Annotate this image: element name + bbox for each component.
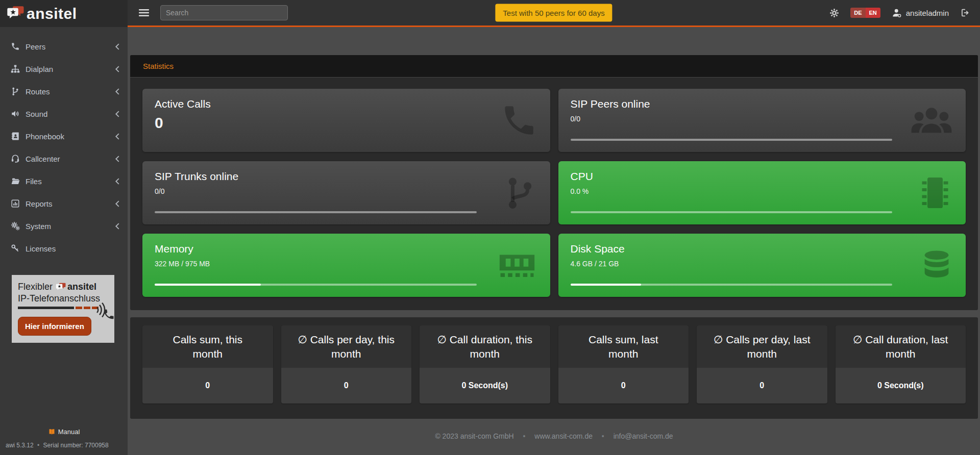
sidebar-item-label: Reports (26, 199, 53, 208)
hamburger-menu-icon[interactable] (139, 9, 149, 17)
stat-value: 0 (697, 368, 827, 403)
card-sip-trunks: SIP Trunks online 0/0 (142, 161, 550, 224)
users-icon (910, 102, 953, 139)
sidebar-item-system[interactable]: System (0, 215, 128, 237)
sidebar-nav: Peers Dialplan Routes Sound Phonebook (0, 35, 128, 260)
chevron-left-icon (115, 156, 119, 162)
chevron-left-icon (115, 178, 119, 185)
trial-button[interactable]: Test with 50 peers for 60 days (495, 4, 612, 22)
progress-track (155, 211, 477, 213)
sidebar-item-routes[interactable]: Routes (0, 80, 128, 103)
progress-fill (571, 284, 642, 286)
sidebar-item-files[interactable]: Files (0, 170, 128, 192)
volume-icon (11, 109, 20, 118)
ad-headline: Flexibler ansitel (18, 282, 109, 292)
footer: © 2023 ansit-com GmbH • www.ansit-com.de… (130, 419, 978, 440)
sidebar-item-reports[interactable]: Reports (0, 192, 128, 215)
progress-track (571, 139, 893, 141)
ad-divider (18, 307, 100, 309)
phone-icon (500, 102, 538, 139)
stat-value: 0 (142, 368, 273, 403)
handset-waves-icon (95, 301, 116, 324)
database-icon (920, 246, 953, 285)
website-link[interactable]: www.ansit-com.de (534, 432, 593, 440)
monthly-stats-grid: Calls sum, this month 0 ∅ Calls per day,… (142, 325, 966, 403)
card-title: SIP Peers online (571, 98, 954, 110)
sitemap-icon (11, 64, 20, 73)
user-icon (892, 8, 902, 18)
stat-label: ∅ Call duration, this month (435, 333, 534, 361)
brand-logo[interactable]: ansitel (0, 0, 128, 27)
copyright-text: © 2023 ansit-com GmbH (435, 432, 513, 440)
book-icon (48, 428, 56, 436)
version-serial-line: awi 5.3.12 • Serial number: 7700958 (4, 442, 124, 449)
stat-box-call-duration-last-month: ∅ Call duration, last month 0 Second(s) (836, 325, 966, 403)
ad-text-prefix: Flexibler (18, 282, 53, 292)
sidebar-item-label: Callcenter (26, 155, 60, 163)
card-active-calls: Active Calls 0 (142, 89, 550, 152)
stat-label: ∅ Call duration, last month (851, 333, 950, 361)
sidebar-item-phonebook[interactable]: Phonebook (0, 125, 128, 147)
chevron-left-icon (115, 133, 119, 140)
stat-value: 0 (558, 368, 689, 403)
user-menu[interactable]: ansiteladmin (892, 8, 949, 18)
stat-value: 0 (281, 368, 412, 403)
panel-title: Statistics (130, 55, 978, 78)
app-root: ansitel Peers Dialplan Routes Sound (0, 0, 980, 455)
manual-link[interactable]: Manual (4, 428, 124, 436)
folder-open-icon (11, 176, 20, 186)
sidebar-item-label: System (26, 222, 51, 231)
stat-box-calls-sum-this-month: Calls sum, this month 0 (142, 325, 273, 403)
ad-brand-text: ansitel (67, 282, 96, 292)
card-value: 0/0 (571, 115, 954, 123)
chevron-left-icon (115, 88, 119, 95)
card-title: Memory (155, 243, 538, 255)
code-branch-icon (502, 174, 538, 212)
progress-track (571, 211, 893, 213)
card-memory: Memory 322 MB / 975 MB (142, 234, 550, 297)
stat-box-calls-sum-last-month: Calls sum, last month 0 (558, 325, 689, 403)
sidebar-bottom: Manual awi 5.3.12 • Serial number: 77009… (0, 428, 128, 455)
main-column: Test with 50 peers for 60 days DE EN ans… (128, 0, 980, 455)
language-switcher: DE EN (850, 8, 880, 18)
chevron-left-icon (115, 43, 119, 50)
cogs-icon (11, 221, 20, 231)
content: Statistics Active Calls 0 SIP Peers onli… (128, 27, 980, 455)
progress-track (155, 284, 477, 286)
lang-de-button[interactable]: DE (850, 8, 865, 18)
sidebar-item-label: Phonebook (26, 132, 64, 141)
card-cpu: CPU 0.0 % (558, 161, 966, 224)
sidebar-item-licenses[interactable]: Licenses (0, 237, 128, 260)
sidebar-item-dialplan[interactable]: Dialplan (0, 58, 128, 80)
gear-icon[interactable] (829, 8, 839, 18)
email-link[interactable]: info@ansit-com.de (614, 432, 673, 440)
card-title: SIP Trunks online (155, 170, 538, 183)
ad-cta-button[interactable]: Hier informieren (18, 317, 91, 336)
separator-dot: • (523, 432, 526, 440)
memory-icon (496, 249, 538, 281)
stat-value: 0 Second(s) (420, 368, 550, 403)
card-value: 0.0 % (571, 187, 954, 195)
stat-label: Calls sum, this month (158, 333, 257, 361)
card-title: Disk Space (571, 243, 954, 255)
stat-box-call-duration-this-month: ∅ Call duration, this month 0 Second(s) (420, 325, 550, 403)
topbar: Test with 50 peers for 60 days DE EN ans… (128, 0, 980, 27)
ad-banner: Flexibler ansitel IP-Telefonanschluss Hi… (12, 275, 114, 343)
sidebar-item-callcenter[interactable]: Callcenter (0, 147, 128, 170)
card-value: 322 MB / 975 MB (155, 260, 538, 268)
sidebar-item-sound[interactable]: Sound (0, 103, 128, 125)
statistics-panel: Statistics Active Calls 0 SIP Peers onli… (130, 55, 978, 310)
search-input[interactable] (160, 5, 288, 20)
sidebar-item-label: Licenses (26, 244, 56, 253)
chevron-left-icon (115, 66, 119, 72)
progress-fill (155, 284, 261, 286)
lang-en-button[interactable]: EN (866, 8, 880, 18)
code-branch-icon (11, 87, 20, 96)
card-title: CPU (571, 170, 954, 183)
logout-icon[interactable] (960, 8, 970, 17)
ansitel-logo-icon (7, 6, 25, 21)
separator-dot: • (37, 442, 39, 449)
sidebar-item-peers[interactable]: Peers (0, 35, 128, 58)
chart-bar-icon (11, 199, 20, 208)
sidebar-item-label: Sound (26, 110, 47, 118)
